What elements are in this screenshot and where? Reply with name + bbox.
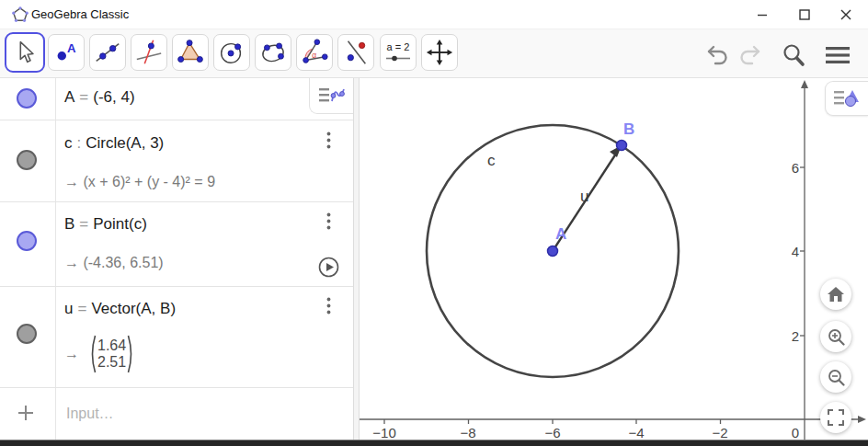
tool-slider[interactable]: a = 2 bbox=[380, 34, 417, 71]
tool-polygon[interactable] bbox=[172, 34, 209, 71]
close-icon bbox=[840, 9, 851, 20]
slider-icon-label: a = 2 bbox=[387, 41, 410, 52]
row-menu-button-c[interactable] bbox=[320, 130, 337, 150]
geogebra-window: GeoGebra Classic A bbox=[0, 0, 868, 446]
reflect-icon bbox=[341, 38, 371, 67]
tool-move[interactable] bbox=[5, 32, 45, 73]
redo-icon bbox=[737, 44, 761, 66]
menu-button[interactable] bbox=[823, 42, 852, 68]
search-button[interactable] bbox=[779, 42, 808, 68]
animate-play-button[interactable] bbox=[318, 257, 339, 278]
row-menu-button-B[interactable] bbox=[320, 211, 337, 231]
point-B[interactable] bbox=[617, 141, 627, 151]
relation-sign: = bbox=[73, 300, 91, 317]
zoom-in-button[interactable] bbox=[820, 321, 851, 352]
point-icon-label: A bbox=[67, 41, 76, 55]
close-button[interactable] bbox=[830, 1, 862, 29]
y-tick-label: 2 bbox=[792, 328, 799, 344]
zoom-out-icon bbox=[828, 369, 845, 386]
perpendicular-line-icon bbox=[134, 38, 164, 67]
tool-move-graphics-view[interactable] bbox=[421, 34, 458, 71]
x-tick-marks bbox=[384, 419, 721, 424]
tool-angle[interactable]: α bbox=[296, 34, 333, 71]
row-menu-button-u[interactable] bbox=[320, 295, 337, 315]
object-definition: Point(c) bbox=[93, 215, 147, 233]
main-area: A=(-6, 4) c:Circle(A, 3) → (x + 6) bbox=[0, 78, 868, 440]
polygon-icon bbox=[176, 38, 205, 67]
x-tick-label: −8 bbox=[460, 425, 475, 440]
algebra-style-button[interactable] bbox=[309, 78, 353, 114]
zoom-in-icon bbox=[828, 328, 845, 346]
point-label-A: A bbox=[555, 225, 566, 244]
undo-icon bbox=[706, 44, 730, 66]
maximize-icon bbox=[799, 9, 810, 20]
origin-label: 0 bbox=[792, 425, 799, 440]
visibility-toggle-u[interactable] bbox=[17, 324, 37, 344]
graphics-style-button[interactable] bbox=[825, 81, 868, 116]
circle-icon bbox=[217, 38, 246, 67]
algebra-output-c: → (x + 6)² + (y - 4)² = 9 bbox=[64, 174, 215, 190]
angle-icon: α bbox=[300, 38, 329, 67]
tool-perpendicular-line[interactable] bbox=[131, 34, 167, 71]
circle-label-c: c bbox=[487, 152, 496, 170]
object-label: A bbox=[64, 88, 74, 106]
move-view-icon bbox=[425, 38, 454, 67]
x-tick-label: −6 bbox=[544, 425, 560, 440]
search-icon bbox=[781, 42, 806, 68]
point-label-B: B bbox=[623, 120, 634, 139]
algebra-row-u[interactable]: u=Vector(A, B) → 1.64 2.51 bbox=[0, 287, 353, 388]
line-icon bbox=[93, 38, 122, 67]
graphics-view[interactable]: c u A B −10 −8 −6 −4 −2 0 6 4 2 bbox=[360, 78, 868, 440]
kebab-menu-icon bbox=[326, 132, 331, 149]
zoom-out-button[interactable] bbox=[820, 361, 851, 393]
tool-reflect-about-line[interactable] bbox=[337, 34, 374, 71]
tool-point[interactable]: A bbox=[48, 34, 85, 71]
y-tick-marks bbox=[800, 167, 805, 336]
angle-icon-label: α bbox=[312, 51, 316, 60]
vector-x: 1.64 bbox=[97, 337, 126, 354]
visibility-toggle-B[interactable] bbox=[17, 231, 37, 251]
visibility-toggle-c[interactable] bbox=[17, 150, 37, 170]
algebra-style-icon bbox=[318, 85, 346, 107]
tool-conic-through-points[interactable] bbox=[255, 34, 291, 71]
tool-circle-with-center[interactable] bbox=[213, 34, 250, 71]
point-A[interactable] bbox=[548, 246, 558, 257]
fullscreen-icon bbox=[828, 409, 844, 426]
window-bottom-edge bbox=[0, 440, 868, 446]
relation-sign: = bbox=[74, 215, 93, 233]
algebra-entry-u: u=Vector(A, B) bbox=[64, 300, 176, 318]
cursor-icon bbox=[10, 38, 40, 67]
x-axis-arrow bbox=[858, 416, 866, 423]
undo-button[interactable] bbox=[703, 42, 733, 68]
algebra-row-A[interactable]: A=(-6, 4) bbox=[0, 78, 353, 120]
play-icon bbox=[318, 257, 339, 278]
algebra-output-B: → (-4.36, 6.51) bbox=[64, 255, 164, 271]
slider-icon: a = 2 bbox=[383, 37, 414, 68]
home-button[interactable] bbox=[820, 279, 851, 310]
toolbar: A bbox=[0, 29, 868, 78]
visibility-toggle-A[interactable] bbox=[17, 88, 37, 109]
tool-line[interactable] bbox=[89, 34, 126, 71]
window-title: GeoGebra Classic bbox=[31, 0, 129, 29]
algebra-entry-A: A=(-6, 4) bbox=[64, 88, 135, 107]
fullscreen-button[interactable] bbox=[820, 402, 851, 433]
object-label: c bbox=[64, 134, 73, 152]
title-bar: GeoGebra Classic bbox=[0, 0, 868, 29]
point-icon: A bbox=[51, 38, 81, 67]
algebra-output-u: → 1.64 2.51 bbox=[64, 334, 135, 374]
panel-divider[interactable] bbox=[353, 78, 360, 440]
conic-icon bbox=[258, 38, 288, 67]
minimize-icon bbox=[757, 9, 768, 20]
minimize-button[interactable] bbox=[747, 1, 778, 29]
algebra-entry-B: B=Point(c) bbox=[64, 215, 147, 234]
maximize-button[interactable] bbox=[789, 1, 820, 29]
algebra-row-c[interactable]: c:Circle(A, 3) → (x + 6)² + (y - 4)² = 9 bbox=[0, 120, 353, 202]
redo-button[interactable] bbox=[735, 42, 764, 68]
object-label: B bbox=[64, 215, 74, 233]
vector-label-u: u bbox=[580, 188, 588, 206]
object-definition: (-6, 4) bbox=[93, 88, 134, 106]
algebra-input[interactable] bbox=[64, 400, 331, 428]
algebra-row-B[interactable]: B=Point(c) → (-4.36, 6.51) bbox=[0, 202, 353, 287]
plus-icon bbox=[17, 405, 34, 421]
kebab-menu-icon bbox=[326, 212, 331, 230]
